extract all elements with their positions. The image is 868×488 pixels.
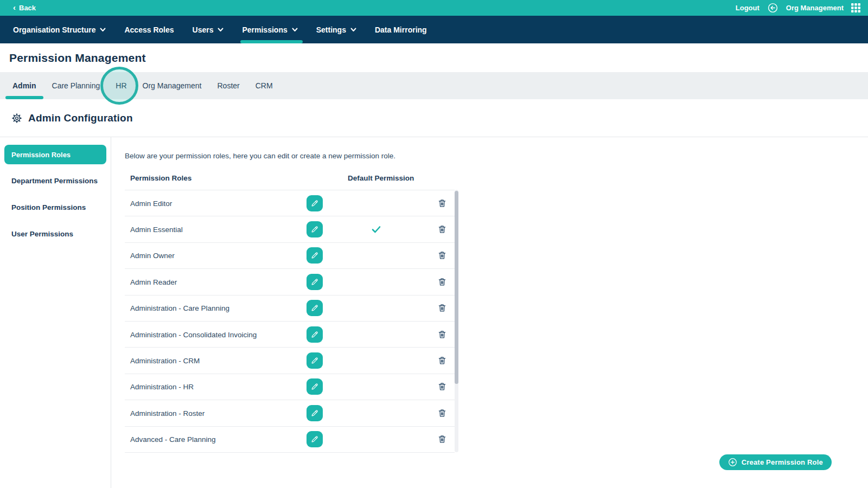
nav-item-label: Users [193, 25, 214, 34]
table-row-admin-essential: Admin Essential [125, 216, 455, 242]
nav-item-label: Access Roles [124, 25, 174, 34]
tab-org-management[interactable]: Org Management [143, 72, 202, 99]
scrollbar-thumb[interactable] [455, 191, 458, 384]
tab-crm[interactable]: CRM [256, 72, 273, 99]
tab-hr[interactable]: HR [116, 72, 126, 99]
delete-role-button[interactable] [437, 251, 447, 261]
plus-circle-icon [728, 458, 737, 467]
create-button-label: Create Permission Role [742, 458, 823, 466]
intro-text: Below are your permission roles, here yo… [125, 152, 395, 160]
delete-role-button[interactable] [437, 277, 447, 287]
page-title: Permission Management [9, 52, 146, 65]
role-name: Admin Owner [130, 252, 175, 260]
nav-item-access-roles[interactable]: Access Roles [115, 16, 183, 43]
trash-icon [437, 224, 447, 235]
edit-role-button[interactable] [307, 378, 323, 395]
edit-role-button[interactable] [307, 405, 323, 421]
section-header: Admin Configuration [0, 99, 868, 137]
edit-pencil-icon [310, 356, 319, 365]
sidebar-item-department-permissions[interactable]: Department Permissions [0, 168, 111, 194]
title-band: Permission Management [0, 43, 868, 72]
delete-role-button[interactable] [437, 198, 447, 208]
table-row-admin-owner: Admin Owner [125, 242, 455, 268]
table-rows: Admin EditorAdmin EssentialAdmin OwnerAd… [125, 190, 455, 453]
edit-role-button[interactable] [307, 247, 323, 264]
trash-icon [437, 198, 447, 208]
back-button[interactable]: ‹ Back [13, 4, 36, 12]
delete-role-button[interactable] [437, 356, 447, 366]
tab-care-planning[interactable]: Care Planning [52, 72, 100, 99]
table-row-advanced-care-planning: Advanced - Care Planning [125, 426, 455, 452]
section-title: Admin Configuration [28, 112, 133, 124]
edit-pencil-icon [310, 225, 319, 234]
apps-grid-icon[interactable] [851, 3, 860, 12]
edit-pencil-icon [310, 435, 319, 444]
logout-icon[interactable] [767, 2, 778, 14]
create-permission-role-button[interactable]: Create Permission Role [719, 454, 832, 470]
table-row-admin-reader: Admin Reader [125, 268, 455, 294]
role-name: Administration - HR [130, 383, 194, 391]
role-name: Admin Editor [130, 199, 172, 207]
edit-pencil-icon [310, 278, 319, 286]
edit-role-button[interactable] [307, 195, 323, 211]
edit-role-button[interactable] [307, 274, 323, 290]
tab-label: Care Planning [52, 81, 100, 90]
nav-item-label: Permissions [242, 25, 287, 34]
nav-item-organisation-structure[interactable]: Organisation Structure [4, 16, 115, 43]
org-management-link[interactable]: Org Management [786, 4, 844, 12]
sidebar-item-user-permissions[interactable]: User Permissions [0, 221, 111, 247]
delete-role-button[interactable] [437, 303, 447, 313]
delete-role-button[interactable] [437, 434, 447, 445]
sidebar: Permission RolesDepartment PermissionsPo… [0, 137, 111, 488]
table-row-administration-care-planning: Administration - Care Planning [125, 295, 455, 321]
nav-item-users[interactable]: Users [183, 16, 233, 43]
trash-icon [437, 329, 447, 339]
trash-icon [437, 408, 447, 418]
nav-item-data-mirroring[interactable]: Data Mirroring [366, 16, 436, 43]
table-row-admin-editor: Admin Editor [125, 190, 455, 216]
tab-strip: AdminCare PlanningHROrg ManagementRoster… [0, 72, 868, 99]
delete-role-button[interactable] [437, 224, 447, 235]
table-row-administration-hr: Administration - HR [125, 374, 455, 400]
table-header: Permission Roles Default Permission [125, 171, 458, 190]
trash-icon [437, 277, 447, 287]
delete-role-button[interactable] [437, 382, 447, 392]
delete-role-button[interactable] [437, 329, 447, 339]
edit-role-button[interactable] [307, 431, 323, 447]
edit-role-button[interactable] [307, 221, 323, 237]
gear-icon [11, 113, 22, 124]
tab-admin[interactable]: Admin [12, 72, 36, 99]
edit-pencil-icon [310, 330, 319, 339]
edit-role-button[interactable] [307, 326, 323, 343]
chevron-left-icon: ‹ [13, 3, 16, 11]
edit-pencil-icon [310, 382, 319, 391]
edit-role-button[interactable] [307, 300, 323, 316]
table-scrollbar[interactable] [455, 190, 458, 452]
nav-item-settings[interactable]: Settings [307, 16, 366, 43]
edit-pencil-icon [310, 409, 319, 418]
nav-item-label: Organisation Structure [13, 25, 95, 34]
main-nav: Organisation StructureAccess RolesUsersP… [0, 16, 868, 43]
role-name: Advanced - Care Planning [130, 435, 216, 444]
edit-role-button[interactable] [307, 352, 323, 369]
role-name: Administration - Roster [130, 409, 205, 417]
tab-label: Roster [217, 81, 239, 90]
role-name: Administration - Care Planning [130, 304, 229, 312]
sidebar-item-permission-roles[interactable]: Permission Roles [4, 145, 106, 164]
nav-item-permissions[interactable]: Permissions [233, 16, 307, 43]
chevron-down-icon [218, 28, 224, 32]
logout-button[interactable]: Logout [736, 4, 760, 12]
nav-item-label: Settings [316, 25, 346, 34]
edit-pencil-icon [310, 199, 319, 208]
tab-roster[interactable]: Roster [217, 72, 239, 99]
default-check-icon [372, 226, 381, 233]
table-row-administration-consolidated-invoicing: Administration - Consolidated Invoicing [125, 321, 455, 347]
chevron-down-icon [100, 28, 106, 32]
trash-icon [437, 251, 447, 261]
delete-role-button[interactable] [437, 408, 447, 418]
sidebar-item-position-permissions[interactable]: Position Permissions [0, 194, 111, 221]
column-header-permission-roles: Permission Roles [130, 174, 192, 182]
role-name: Admin Reader [130, 278, 177, 286]
role-name: Administration - CRM [130, 357, 200, 365]
default-permission-check [372, 226, 381, 233]
